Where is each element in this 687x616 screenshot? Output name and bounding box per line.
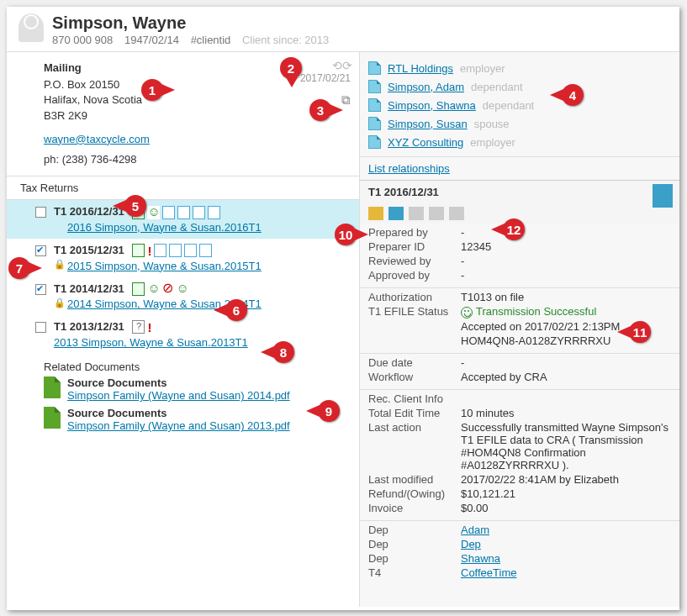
callout-6: 6 <box>225 299 247 321</box>
value: 12345 <box>461 240 671 253</box>
entity-icon <box>368 117 381 130</box>
client-since: Client since: 2013 <box>242 34 329 46</box>
deps-section: DepAdam DepDep DepShawna T4CoffeeTime <box>360 521 679 585</box>
callout-7: 7 <box>8 257 30 279</box>
client-sin: 870 000 908 <box>52 34 113 46</box>
calendar-icon[interactable] <box>388 207 404 220</box>
relationship-link[interactable]: Simpson, Susan <box>388 118 468 130</box>
return-checkbox[interactable] <box>35 322 46 333</box>
relationship-role: dependant <box>483 99 534 112</box>
callout-5: 5 <box>124 195 146 217</box>
value: $0.00 <box>461 502 671 514</box>
client-birthdate: 1947/02/14 <box>124 34 179 46</box>
value: Accepted by CRA <box>461 371 671 383</box>
alert-icon: ! <box>147 320 151 334</box>
efile-status: Transmission Successful <box>461 305 671 319</box>
entity-icon <box>368 80 381 93</box>
client-detail-window: Simpson, Wayne 870 000 908 1947/02/14 #c… <box>7 7 679 610</box>
value: $10,121.21 <box>461 487 671 500</box>
dep-link[interactable]: Adam <box>461 524 671 536</box>
relationship-role: employer <box>460 62 505 75</box>
toolbar-icon[interactable] <box>429 207 444 220</box>
status-ok-icon <box>132 282 145 296</box>
label: Refund/(Owing) <box>368 487 461 500</box>
doc-file-link[interactable]: Simpson Family (Wayne and Susan) 2014.pd… <box>67 389 290 402</box>
relationship-item[interactable]: Simpson, Susan spouse <box>368 114 671 133</box>
avatar <box>18 13 44 42</box>
t1-file-icon <box>653 184 673 208</box>
form-icon <box>208 206 220 219</box>
relationship-item[interactable]: RTL Holdings employer <box>368 59 671 77</box>
address-line2: Halifax, Nova Scotia <box>44 92 346 108</box>
doc-title: Source Documents <box>67 407 346 419</box>
return-status-icons: ☺ ⊘ ☺ <box>132 282 188 296</box>
return-file-link[interactable]: 2014 Simpson, Wayne & Susan.2014T1 <box>67 297 352 310</box>
rec-section: Rec. Client Info Total Edit Time10 minut… <box>360 390 679 521</box>
dep-link[interactable]: Dep <box>461 538 671 550</box>
value: - <box>461 269 671 282</box>
return-checkbox[interactable] <box>35 207 46 218</box>
label: T1 EFILE Status <box>368 305 461 319</box>
phone: ph: (238) 736-4298 <box>44 152 346 167</box>
callout-11: 11 <box>629 321 651 343</box>
toolbar-icon[interactable] <box>409 207 424 220</box>
relationship-item[interactable]: Simpson, Adam dependant <box>368 77 671 96</box>
relationship-link[interactable]: Simpson, Shawna <box>388 99 476 112</box>
form-icon <box>162 206 175 219</box>
dep-link[interactable]: CoffeeTime <box>461 566 671 579</box>
dep-link[interactable]: Shawna <box>461 552 671 565</box>
value: 2017/02/22 8:41AM by Elizabeth <box>461 473 671 486</box>
detail-heading: T1 2016/12/31 <box>360 180 679 203</box>
date-nav-arrows[interactable]: ⟲ ⟳ <box>300 59 351 72</box>
success-smile-icon <box>461 307 473 319</box>
relationship-item[interactable]: XYZ Consulting employer <box>368 133 671 151</box>
lock-icon: 🔒 <box>54 297 66 308</box>
relationship-link[interactable]: RTL Holdings <box>388 62 453 75</box>
entity-icon <box>368 135 381 149</box>
return-file-link[interactable]: 2015 Simpson, Wayne & Susan.2015T1 <box>67 260 352 272</box>
value: Transmission Successful <box>476 305 596 318</box>
value: 10 minutes <box>461 407 671 419</box>
label: Prepared by <box>368 226 461 239</box>
label: Rec. Client Info <box>368 392 461 405</box>
list-relationships-link[interactable]: List relationships <box>368 162 450 175</box>
relationship-link[interactable]: XYZ Consulting <box>388 136 463 149</box>
value: - <box>461 255 671 267</box>
status-ok-icon <box>132 244 145 257</box>
return-checkbox[interactable] <box>35 245 46 256</box>
relationship-item[interactable]: Simpson, Shawna dependant <box>368 96 671 114</box>
return-row[interactable]: T1 2015/12/31 ! 🔒 2015 Simpson, Wayne & … <box>7 239 359 277</box>
left-panel: ⟲ ⟳ 2017/02/21 ⧉ Mailing P.O. Box 20150 … <box>7 52 360 607</box>
form-icon <box>199 244 212 257</box>
return-file-link[interactable]: 2016 Simpson, Wayne & Susan.2016T1 <box>67 221 352 234</box>
auth-section: AuthorizationT1013 on file T1 EFILE Stat… <box>360 288 679 354</box>
callout-2: 2 <box>280 57 302 79</box>
return-row[interactable]: T1 2016/12/31 ☺ 2016 Simpson, Wayne & Su… <box>7 200 359 239</box>
return-title: T1 2015/12/31 <box>54 244 124 256</box>
doc-row[interactable]: Source Documents Simpson Family (Wayne a… <box>7 375 359 405</box>
value: Successfully transmitted Wayne Simpson's… <box>461 421 671 471</box>
value: - <box>461 356 671 369</box>
return-file-link[interactable]: 2013 Simpson, Wayne & Susan.2013T1 <box>54 336 352 349</box>
return-row[interactable]: T1 2013/12/31 ? ! 2013 Simpson, Wayne & … <box>7 315 359 354</box>
return-checkbox[interactable] <box>35 284 46 295</box>
open-folder-icon[interactable] <box>368 207 383 220</box>
date-nav: ⟲ ⟳ 2017/02/21 <box>300 59 351 84</box>
doc-file-link[interactable]: Simpson Family (Wayne and Susan) 2013.pd… <box>67 419 290 432</box>
entity-icon <box>368 61 381 75</box>
callout-9: 9 <box>318 400 340 422</box>
tax-returns-header: Tax Returns <box>7 176 359 200</box>
relationship-link[interactable]: Simpson, Adam <box>388 81 464 93</box>
return-row[interactable]: T1 2014/12/31 ☺ ⊘ ☺ 🔒 2014 Simpson, Wayn… <box>7 277 359 316</box>
smile-icon: ☺ <box>176 282 188 296</box>
return-status-icons: ! <box>132 244 212 258</box>
relationships-list: RTL Holdings employer Simpson, Adam depe… <box>360 52 679 156</box>
label: Dep <box>368 538 461 550</box>
contact-block: ⟲ ⟳ 2017/02/21 ⧉ Mailing P.O. Box 20150 … <box>7 52 359 176</box>
toolbar-icon[interactable] <box>449 207 464 220</box>
forbid-icon: ⊘ <box>162 282 173 296</box>
form-icon <box>169 244 182 257</box>
email-link[interactable]: wayne@taxcycle.com <box>44 133 150 145</box>
label: Authorization <box>368 291 461 303</box>
form-icon <box>154 244 166 257</box>
